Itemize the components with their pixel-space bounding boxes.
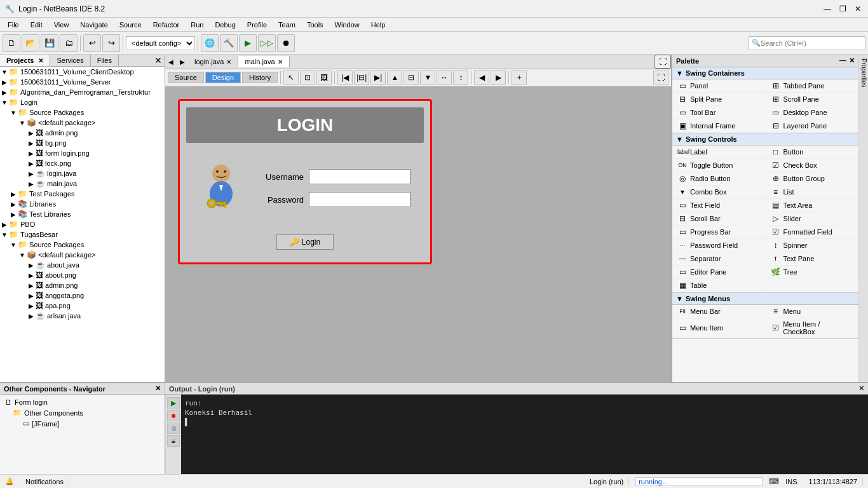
connect-tool-button[interactable]: ⊡ [300,71,315,85]
history-tab[interactable]: History [242,72,278,83]
tree-node[interactable]: ▶🖼bg.png [0,138,165,148]
tab-services[interactable]: Services [50,55,90,66]
palette-panel-item[interactable]: ▭Panel [672,79,766,93]
palette-layered-pane[interactable]: ⊟Layered Pane [766,119,859,133]
palette-check-box[interactable]: ☑Check Box [766,159,859,172]
palette-text-area[interactable]: ▤Text Area [766,199,859,212]
swing-containers-header[interactable]: ▼ Swing Containers [672,67,858,79]
new-project-button[interactable]: 🗋 [3,34,20,52]
run-button[interactable]: ▶ [239,34,257,52]
palette-spinner[interactable]: ↕Spinner [766,239,859,252]
palette-password-field[interactable]: ···Password Field [672,239,766,252]
tree-node[interactable]: ▶🖼admin.png [0,280,165,290]
tree-node[interactable]: ▶📚Test Libraries [0,209,165,219]
menu-profile[interactable]: Profile [242,20,272,30]
profile-button[interactable]: ⏺ [277,34,295,52]
palette-text-pane[interactable]: TText Pane [766,252,859,266]
tree-node[interactable]: ▼📁TugasBesar [0,229,165,240]
palette-close[interactable]: ✕ [849,57,855,65]
palette-separator[interactable]: —Separator [672,252,766,266]
nav-jframe[interactable]: ▭ [JFrame] [3,418,162,429]
palette-menu-bar[interactable]: FilMenu Bar [672,305,766,318]
align-right-button[interactable]: ▶| [370,71,386,85]
tab-files[interactable]: Files [91,55,119,66]
palette-tabbed-pane[interactable]: ⊞Tabbed Pane [766,79,859,93]
password-input[interactable] [309,192,410,207]
tree-node[interactable]: ▼📦<default package> [0,118,165,128]
palette-minimize[interactable]: — [839,57,846,65]
palette-button[interactable]: □Button [766,146,859,159]
undo-button[interactable]: ↩ [83,34,101,52]
tab-next-button[interactable]: ▶ [177,57,188,67]
save-button[interactable]: 💾 [41,34,58,52]
login-button[interactable]: 🔑 Login [276,234,334,250]
menu-run[interactable]: Run [186,20,208,30]
maximize-editor-button[interactable]: ⛶ [653,71,668,85]
username-input[interactable] [309,169,410,184]
tree-node[interactable]: ▶📁1500631011_Volume_Server [0,77,165,87]
swing-controls-header[interactable]: ▼ Swing Controls [672,133,858,146]
tree-node[interactable]: ▶🖼form login.png [0,148,165,158]
palette-tool-bar[interactable]: ▭Tool Bar [672,106,766,119]
save-all-button[interactable]: 🗂 [60,34,78,52]
source-tab[interactable]: Source [168,72,204,83]
palette-button-group[interactable]: ⊕Button Group [766,172,859,186]
tab-expand-button[interactable]: ⛶ [654,55,671,69]
tree-node[interactable]: ▶☕main.java [0,179,165,189]
swing-menus-header[interactable]: ▼ Swing Menus [672,293,858,305]
output-close[interactable]: ✕ [858,384,864,393]
tree-node[interactable]: ▶🖼about.png [0,270,165,280]
palette-desktop-pane[interactable]: ▭Desktop Pane [766,106,859,119]
minimize-button[interactable]: — [822,4,832,14]
menu-view[interactable]: View [49,20,74,30]
nav-form-login[interactable]: 🗋 Form login [3,397,162,407]
zoom-in-button[interactable]: + [512,71,527,85]
align-bottom-button[interactable]: ▼ [420,71,435,85]
align-center-button[interactable]: |⊟| [354,71,369,85]
tree-node[interactable]: ▶🖼apa.png [0,301,165,311]
maximize-button[interactable]: ❐ [837,4,848,14]
menu-help[interactable]: Help [366,20,391,30]
compile-button[interactable]: 🔨 [220,34,238,52]
menu-edit[interactable]: Edit [25,20,48,30]
palette-editor-pane[interactable]: ▭Editor Pane [672,266,766,279]
palette-slider[interactable]: ▷Slider [766,212,859,226]
palette-radio-button[interactable]: ◎Radio Button [672,172,766,186]
menu-source[interactable]: Source [114,20,147,30]
wrap-output-button[interactable]: ≡ [167,435,180,447]
menu-file[interactable]: File [3,20,24,30]
redo-button[interactable]: ↪ [102,34,120,52]
tree-node[interactable]: ▼📦<default package> [0,250,165,260]
menu-debug[interactable]: Debug [210,20,240,30]
palette-menu-item[interactable]: ▭Menu Item [672,318,766,338]
design-tab[interactable]: Design [205,72,241,83]
tab-main-java-close[interactable]: ✕ [278,58,283,65]
palette-formatted-field[interactable]: ☑Formatted Field [766,226,859,239]
resize-height-button[interactable]: ↕ [453,71,468,85]
palette-scroll-pane[interactable]: ⊞Scroll Pane [766,93,859,106]
close-button[interactable]: ✕ [853,4,863,14]
image-tool-button[interactable]: 🖼 [316,71,332,85]
prev-component-button[interactable]: ◀ [474,71,489,85]
palette-toggle-button[interactable]: ONToggle Button [672,159,766,172]
tab-projects[interactable]: Projects ✕ [0,55,50,66]
menu-window[interactable]: Window [330,20,365,30]
palette-menu-item-checkbox[interactable]: ☑Menu Item / CheckBox [766,318,859,338]
left-panel-close[interactable]: ✕ [154,55,162,65]
menu-team[interactable]: Team [273,20,301,30]
select-tool-button[interactable]: ↖ [283,71,299,85]
tab-login-java[interactable]: login.java ✕ [188,56,238,67]
projects-close[interactable]: ✕ [38,57,43,64]
run-again-button[interactable]: ▶ [167,397,180,409]
debug-button[interactable]: ▷▷ [258,34,276,52]
config-select[interactable]: <default config> [126,36,195,50]
palette-label[interactable]: labelLabel [672,146,766,159]
palette-text-field[interactable]: ▭Text Field [672,199,766,212]
align-left-button[interactable]: |◀ [337,71,353,85]
tree-node[interactable]: ▼📁Source Packages [0,240,165,250]
align-mid-button[interactable]: ⊟ [403,71,419,85]
menu-refactor[interactable]: Refactor [148,20,185,30]
tab-login-java-close[interactable]: ✕ [226,58,231,65]
tree-node[interactable]: ▼📁Source Packages [0,107,165,118]
tree-node[interactable]: ▼📁1500631011_Volume_ClientDesktop [0,67,165,77]
